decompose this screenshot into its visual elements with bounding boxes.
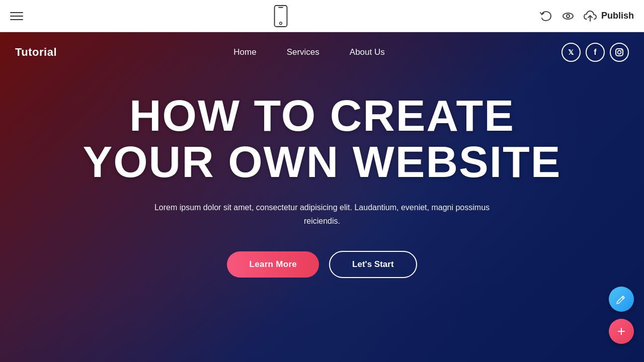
hero-buttons: Learn More Let's Start (227, 251, 417, 278)
mobile-preview-button[interactable] (273, 4, 289, 28)
publish-button[interactable]: Publish (583, 9, 634, 23)
eye-icon (561, 9, 575, 23)
undo-icon (539, 9, 553, 23)
cloud-upload-icon (583, 9, 597, 23)
menu-button[interactable] (10, 12, 23, 20)
hero-title-line2: YOUR OWN WEBSITE (83, 137, 561, 187)
svg-point-1 (280, 22, 282, 24)
twitter-icon[interactable]: 𝕏 (561, 43, 581, 62)
edit-fab-button[interactable] (609, 287, 634, 312)
publish-label: Publish (601, 11, 634, 21)
svg-point-7 (617, 51, 621, 54)
instagram-icon[interactable] (610, 43, 629, 62)
hero-content: HOW TO CREATE YOUR OWN WEBSITE Lorem ips… (0, 72, 644, 278)
add-fab-button[interactable]: + (609, 319, 634, 344)
svg-rect-0 (275, 5, 287, 26)
website-preview: Tutorial Home Services About Us 𝕏 f HOW … (0, 32, 644, 362)
phone-icon (273, 4, 289, 28)
plus-icon: + (617, 324, 625, 338)
site-nav-socials: 𝕏 f (561, 43, 629, 62)
site-navigation: Tutorial Home Services About Us 𝕏 f (0, 32, 644, 72)
site-nav-links: Home Services About Us (233, 47, 384, 57)
undo-button[interactable] (539, 9, 553, 23)
nav-link-about[interactable]: About Us (350, 47, 385, 57)
lets-start-button[interactable]: Let's Start (329, 251, 417, 278)
learn-more-button[interactable]: Learn More (227, 251, 319, 278)
preview-button[interactable] (561, 9, 575, 23)
hero-title: HOW TO CREATE YOUR OWN WEBSITE (83, 93, 561, 186)
pencil-icon (616, 294, 627, 305)
svg-point-4 (567, 15, 570, 18)
svg-point-8 (621, 50, 622, 51)
facebook-icon[interactable]: f (586, 43, 605, 62)
hamburger-icon (10, 12, 23, 20)
site-logo: Tutorial (15, 46, 57, 59)
nav-link-home[interactable]: Home (233, 47, 256, 57)
hero-subtitle: Lorem ipsum dolor sit amet, consectetur … (146, 201, 498, 228)
nav-link-services[interactable]: Services (287, 47, 319, 57)
svg-point-3 (563, 13, 573, 19)
hero-title-line1: HOW TO CREATE (129, 90, 515, 140)
editor-toolbar: Publish (0, 0, 644, 32)
